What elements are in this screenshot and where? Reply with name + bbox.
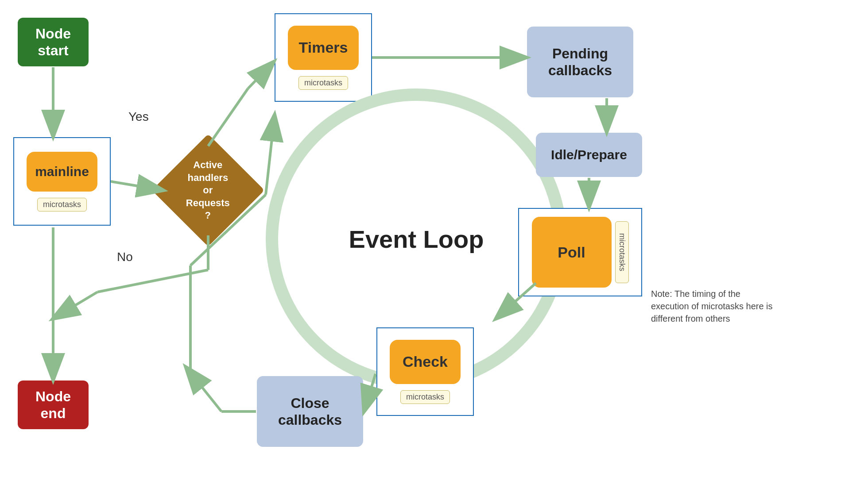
svg-line-4: [248, 62, 274, 88]
timers-sublabel: microtasks: [298, 76, 348, 90]
node-end: Node end: [18, 381, 89, 429]
yes-label: Yes: [128, 110, 149, 124]
svg-line-3: [208, 88, 248, 146]
no-label: No: [117, 250, 133, 264]
node-end-label: Node end: [35, 388, 71, 422]
svg-line-6: [97, 270, 208, 292]
mainline-label: mainline: [27, 152, 97, 192]
mainline-sublabel: microtasks: [37, 198, 87, 211]
timers-label: Timers: [288, 26, 359, 70]
svg-line-18: [266, 115, 275, 195]
close-callbacks-label: Close callbacks: [278, 395, 342, 429]
svg-line-7: [53, 292, 97, 319]
diamond-label: ActivehandlersorRequests?: [186, 159, 230, 222]
timers-box: Timers microtasks: [275, 13, 372, 102]
mainline-box: mainline microtasks: [13, 137, 111, 226]
svg-line-15: [186, 367, 221, 411]
poll-box: Poll microtasks: [518, 208, 642, 296]
pending-callbacks-label: Pending callbacks: [548, 45, 612, 79]
node-start-label: Node start: [35, 25, 71, 59]
node-start: Node start: [18, 18, 89, 66]
note-text: Note: The timing of the execution of mic…: [651, 288, 775, 325]
pending-callbacks-box: Pending callbacks: [527, 27, 633, 97]
check-label: Check: [390, 340, 461, 384]
poll-label: Poll: [532, 217, 612, 288]
diagram: Node start Node end mainline microtasks …: [0, 0, 868, 492]
idle-prepare-label: Idle/Prepare: [551, 147, 627, 162]
check-box: Check microtasks: [376, 327, 474, 416]
poll-sublabel: microtasks: [615, 221, 629, 283]
decision-diamond: ActivehandlersorRequests?: [164, 146, 252, 234]
check-sublabel: microtasks: [400, 390, 450, 404]
close-callbacks-box: Close callbacks: [257, 376, 363, 447]
idle-prepare-box: Idle/Prepare: [536, 133, 642, 177]
event-loop-label: Event Loop: [349, 225, 484, 254]
